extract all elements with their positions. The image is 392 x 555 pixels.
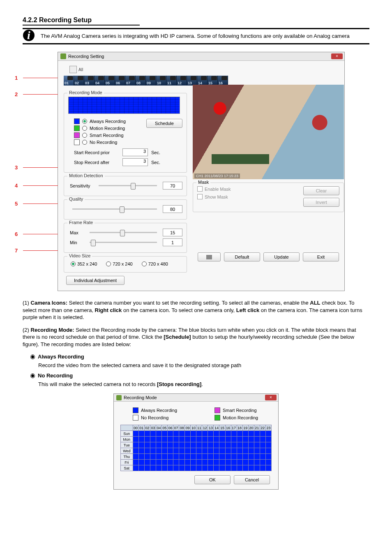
app-icon xyxy=(116,395,122,400)
legend-smart: Smart Recording xyxy=(223,408,257,413)
mode-smart-radio[interactable] xyxy=(82,133,87,138)
vsize-352-label: 352 x 240 xyxy=(77,261,97,266)
frame-min-slider[interactable] xyxy=(90,242,157,243)
app-icon xyxy=(60,53,66,59)
weekly-schedule-grid[interactable]: 0001020304050607080910111213141516171819… xyxy=(120,425,272,471)
camera-11[interactable]: 11 xyxy=(166,76,177,86)
bullet-always-text: Record the video from the selected camer… xyxy=(38,362,369,369)
mode-smart-label: Smart Recording xyxy=(90,133,124,138)
enable-mask-checkbox[interactable] xyxy=(197,186,203,192)
mode-always-label: Always Recording xyxy=(90,119,126,124)
exit-button[interactable]: Exit xyxy=(303,252,339,261)
window-close-icon[interactable]: × xyxy=(331,53,343,59)
callout-6: 6 xyxy=(15,231,18,237)
camera-03[interactable]: 03 xyxy=(84,76,95,86)
window-title: Recording Setting xyxy=(68,54,104,59)
legend-always: Always Recording xyxy=(141,408,177,413)
recording-mode-dialog: Recording Mode × Always Recording Smart … xyxy=(113,393,279,490)
print-button[interactable] xyxy=(198,252,221,261)
default-button[interactable]: Default xyxy=(224,252,260,261)
motion-legend: Motion Detection xyxy=(67,173,105,178)
start-prior-input[interactable]: 3 xyxy=(122,148,148,156)
mask-clear-button[interactable]: Clear xyxy=(303,186,339,195)
enable-mask-label: Enable Mask xyxy=(205,187,231,192)
camera-10[interactable]: 10 xyxy=(156,76,166,86)
sensitivity-value: 70 xyxy=(163,182,182,190)
camera-preview: CH1 2011/08/23 17:15:23 xyxy=(193,85,344,179)
divider xyxy=(23,43,369,44)
note-text: The AVM Analog Camera series is integrat… xyxy=(40,29,366,42)
camera-16[interactable]: 16 xyxy=(218,76,228,86)
camera-08[interactable]: 08 xyxy=(136,76,146,86)
bullet-norec-text: This will make the selected camera not t… xyxy=(38,381,369,388)
framerate-legend: Frame Rate xyxy=(67,220,95,225)
callout-4: 4 xyxy=(15,183,18,189)
printer-icon xyxy=(206,255,212,259)
show-mask-label: Show Mask xyxy=(205,194,228,199)
vsize-720x240-radio[interactable] xyxy=(106,261,111,266)
vsize-352-radio[interactable] xyxy=(71,261,76,266)
camera-09[interactable]: 09 xyxy=(146,76,156,86)
mask-invert-button[interactable]: Invert xyxy=(303,198,339,207)
camera-13[interactable]: 13 xyxy=(187,76,197,86)
sec-unit: Sec. xyxy=(151,150,160,155)
camera-12[interactable]: 12 xyxy=(177,76,187,86)
dialog-close-icon[interactable]: × xyxy=(265,395,277,400)
all-label: All xyxy=(78,67,83,72)
callout-3: 3 xyxy=(15,164,18,171)
individual-adjustment-button[interactable]: Individual Adjustment xyxy=(66,276,125,285)
camera-06[interactable]: 06 xyxy=(115,76,125,86)
sec-unit: Sec. xyxy=(151,160,160,165)
show-mask-checkbox[interactable] xyxy=(197,194,203,199)
quality-slider[interactable] xyxy=(72,208,157,210)
sensitivity-slider[interactable] xyxy=(99,185,157,186)
legend-motion: Motion Recording xyxy=(223,415,258,420)
frame-min-label: Min xyxy=(70,240,84,245)
vsize-legend: Video Size xyxy=(67,253,92,258)
frame-max-slider[interactable] xyxy=(90,232,157,233)
mode-motion-radio[interactable] xyxy=(82,126,87,131)
schedule-preview-grid[interactable] xyxy=(68,97,180,114)
para-2: (2) Recording Mode: Select the Recording… xyxy=(23,326,369,348)
vsize-720x480-label: 720 x 480 xyxy=(148,261,168,266)
frame-max-label: Max xyxy=(70,230,84,235)
mode-motion-label: Motion Recording xyxy=(90,126,125,131)
camera-04[interactable]: 04 xyxy=(95,76,105,86)
note-block: i The AVM Analog Camera series is integr… xyxy=(23,29,366,42)
sensitivity-label: Sensitivity xyxy=(70,183,93,188)
select-all-toggle[interactable] xyxy=(69,66,77,73)
update-button[interactable]: Update xyxy=(263,252,300,261)
bullet-always: ◉ Always Recording xyxy=(30,353,369,361)
frame-min-value: 1 xyxy=(163,238,182,246)
callout-7: 7 xyxy=(15,247,18,254)
callout-5: 5 xyxy=(15,201,18,207)
dialog-ok-button[interactable]: OK xyxy=(194,475,231,484)
vsize-720x480-radio[interactable] xyxy=(142,261,147,266)
dialog-title: Recording Mode xyxy=(124,395,157,400)
camera-07[interactable]: 07 xyxy=(125,76,136,86)
callout-1: 1 xyxy=(15,75,18,81)
frame-max-value: 15 xyxy=(163,229,182,236)
camera-strip: 01 02 03 04 05 06 07 08 09 10 11 12 13 1… xyxy=(64,76,230,86)
bullet-norec: ◉ No Recording xyxy=(30,372,369,379)
mode-none-radio[interactable] xyxy=(82,140,87,145)
camera-02[interactable]: 02 xyxy=(74,76,84,86)
mode-none-label: No Recording xyxy=(90,140,117,145)
dialog-cancel-button[interactable]: Cancel xyxy=(234,475,270,484)
schedule-button[interactable]: Schedule xyxy=(146,119,182,128)
section-heading: 4.2.2 Recording Setup xyxy=(23,16,140,25)
recording-setting-window: 1 2 3 4 5 6 7 Recording Setting × All 01… xyxy=(58,52,345,291)
camera-05[interactable]: 05 xyxy=(105,76,115,86)
quality-value: 80 xyxy=(163,205,182,213)
stop-after-input[interactable]: 3 xyxy=(122,158,148,166)
recording-mode-legend: Recording Mode xyxy=(67,90,104,95)
start-prior-label: Start Record prior xyxy=(74,150,119,155)
info-icon: i xyxy=(23,30,35,41)
camera-15[interactable]: 15 xyxy=(208,76,218,86)
mask-legend: Mask xyxy=(196,180,210,185)
camera-01[interactable]: 01 xyxy=(64,76,74,86)
legend-none: No Recording xyxy=(141,415,168,420)
vsize-720x240-label: 720 x 240 xyxy=(113,261,132,266)
mode-always-radio[interactable] xyxy=(82,119,87,124)
camera-14[interactable]: 14 xyxy=(197,76,208,86)
